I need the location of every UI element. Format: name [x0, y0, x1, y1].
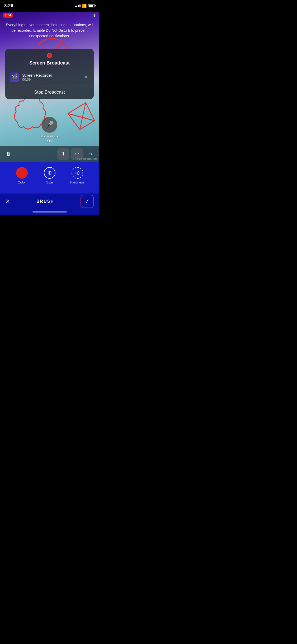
- status-time: 3:26: [4, 3, 13, 8]
- upload-toolbar-btn[interactable]: ⬆: [57, 148, 69, 160]
- app-screen: 3:04 ⌕ 🔋 Everything on your screen, incl…: [0, 12, 99, 162]
- inner-time-badge: 3:04: [3, 13, 13, 18]
- home-indicator: [32, 211, 67, 213]
- record-dot: [47, 53, 52, 58]
- stop-broadcast-button[interactable]: Stop Broadcast: [5, 85, 94, 99]
- status-bar: 3:26 📶: [0, 0, 99, 12]
- inner-wifi-icon: ⌕: [90, 14, 92, 17]
- hardness-label: Hardness: [70, 180, 85, 184]
- svg-point-7: [77, 172, 78, 174]
- modal-header: Screen Broadcast: [5, 49, 94, 69]
- recorder-row: 🎬 Screen Recorder 00:06: [5, 69, 94, 85]
- delete-toolbar-btn[interactable]: 🗑: [3, 148, 14, 160]
- mic-icon: 🎤: [45, 121, 54, 129]
- confirm-button[interactable]: ✓: [81, 195, 94, 208]
- battery-icon: [88, 4, 95, 7]
- inner-status-bar: 3:04 ⌕ 🔋: [0, 12, 99, 19]
- warning-text: Everything on your screen, including not…: [5, 22, 94, 39]
- size-icon: [44, 167, 55, 179]
- close-button[interactable]: ✕: [5, 198, 10, 205]
- hardness-icon: [72, 167, 83, 179]
- recorder-info: Screen Recorder 00:06: [22, 73, 81, 81]
- modal-title: Screen Broadcast: [11, 60, 88, 66]
- bottom-panel: Color Size Hardness ✕: [0, 162, 99, 215]
- svg-line-3: [80, 103, 86, 130]
- recorder-time: 00:06: [22, 77, 81, 81]
- size-tool[interactable]: Size: [36, 167, 63, 184]
- redo-icon: ↪: [89, 151, 93, 157]
- color-label: Color: [18, 180, 26, 184]
- screen-recorder-badge: ● Screen Recorder: [77, 158, 97, 160]
- inner-status-icons: ⌕ 🔋: [90, 14, 96, 17]
- status-icons: 📶: [75, 4, 95, 8]
- svg-line-2: [68, 113, 95, 121]
- color-icon: [16, 167, 28, 179]
- recorder-name: Screen Recorder: [22, 73, 81, 77]
- svg-point-5: [49, 172, 50, 173]
- loading-spinner: [84, 75, 89, 80]
- mic-button[interactable]: 🎤: [42, 117, 58, 133]
- upload-icon: ⬆: [61, 151, 65, 157]
- recorder-icon: 🎬: [11, 74, 18, 80]
- mic-container: 🎤 MicrophoneOff: [41, 117, 59, 143]
- recorder-app-icon: 🎬: [10, 72, 19, 82]
- hardness-tool[interactable]: Hardness: [63, 167, 91, 184]
- close-icon: ✕: [5, 198, 10, 205]
- color-tool[interactable]: Color: [8, 167, 36, 184]
- inner-battery-icon: 🔋: [93, 14, 96, 17]
- check-icon: ✓: [85, 198, 89, 205]
- broadcast-modal: Screen Broadcast 🎬 Screen Recorder 00:06…: [5, 49, 94, 99]
- mic-label: MicrophoneOff: [41, 134, 59, 143]
- signal-icon: [75, 4, 81, 7]
- wifi-icon: 📶: [82, 4, 87, 8]
- trash-icon: 🗑: [6, 151, 11, 157]
- app-toolbar: 🗑 ⬆ ↩ ↪ ● Screen Recorder: [0, 146, 99, 162]
- undo-icon: ↩: [75, 151, 79, 157]
- size-label: Size: [46, 180, 53, 184]
- mode-label: BRUSH: [36, 199, 54, 204]
- brush-tools: Color Size Hardness: [0, 162, 99, 187]
